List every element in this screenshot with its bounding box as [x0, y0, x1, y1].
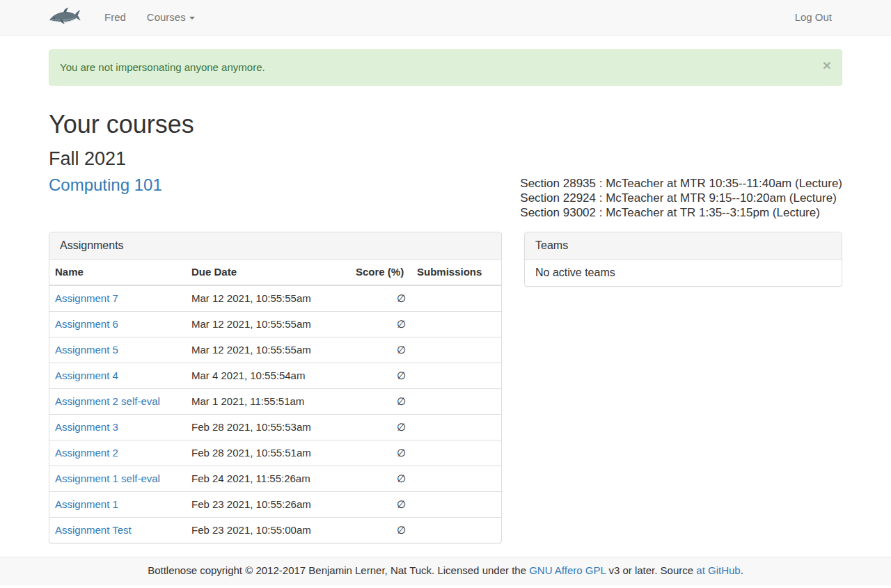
due-date-cell: Feb 23 2021, 10:55:00am: [186, 518, 350, 543]
alert-message: You are not impersonating anyone anymore…: [60, 61, 265, 73]
score-cell: ∅: [350, 492, 411, 518]
footer-text-end: .: [741, 564, 743, 576]
column-header-name: Name: [49, 260, 186, 285]
score-cell: ∅: [350, 312, 411, 337]
submissions-cell: [411, 518, 501, 543]
submissions-cell: [411, 440, 501, 466]
due-date-cell: Feb 28 2021, 10:55:51am: [186, 440, 350, 466]
score-cell: ∅: [350, 337, 411, 363]
submissions-cell: [411, 363, 501, 389]
teams-panel-heading: Teams: [525, 232, 842, 260]
dolphin-logo-icon: [49, 5, 82, 30]
assignments-table-body: Assignment 7Mar 12 2021, 10:55:55am∅Assi…: [49, 285, 501, 543]
assignment-row: Assignment 5Mar 12 2021, 10:55:55am∅: [49, 337, 501, 363]
submissions-cell: [411, 285, 501, 312]
due-date-cell: Feb 24 2021, 11:55:26am: [186, 466, 350, 492]
assignment-row: Assignment 2 self-evalMar 1 2021, 11:55:…: [49, 389, 501, 415]
assignments-table: Name Due Date Score (%) Submissions Assi…: [49, 260, 501, 543]
assignment-row: Assignment 6Mar 12 2021, 10:55:55am∅: [49, 312, 501, 337]
due-date-cell: Feb 23 2021, 10:55:26am: [186, 492, 350, 518]
section-info-line: Section 93002 : McTeacher at TR 1:35--3:…: [520, 205, 842, 220]
nav-item-fred[interactable]: Fred: [94, 0, 136, 35]
submissions-cell: [411, 389, 501, 415]
assignment-link[interactable]: Assignment 1 self-eval: [55, 472, 160, 484]
section-info: Section 28935 : McTeacher at MTR 10:35--…: [520, 176, 842, 220]
panels-row: Assignments Name Due Date Score (%) Subm…: [49, 232, 842, 543]
navbar-left-menu: Fred Courses: [94, 0, 205, 35]
score-cell: ∅: [350, 466, 411, 492]
assignments-panel-heading: Assignments: [49, 232, 501, 260]
assignment-row: Assignment 1Feb 23 2021, 10:55:26am∅: [49, 492, 501, 518]
license-link[interactable]: GNU Affero GPL: [529, 564, 606, 576]
alert-close-button[interactable]: ×: [823, 58, 831, 72]
nav-item-courses[interactable]: Courses: [136, 0, 205, 35]
assignment-link[interactable]: Assignment 7: [55, 292, 118, 304]
assignment-row: Assignment 7Mar 12 2021, 10:55:55am∅: [49, 285, 501, 312]
column-header-submissions: Submissions: [411, 260, 501, 285]
course-link[interactable]: Computing 101: [49, 175, 162, 194]
logout-link[interactable]: Log Out: [784, 0, 842, 35]
submissions-cell: [411, 337, 501, 363]
submissions-cell: [411, 492, 501, 518]
term-title: Fall 2021: [49, 148, 842, 169]
score-cell: ∅: [350, 415, 411, 440]
section-info-line: Section 22924 : McTeacher at MTR 9:15--1…: [520, 191, 842, 205]
score-cell: ∅: [350, 389, 411, 415]
teams-panel: Teams No active teams: [524, 232, 842, 287]
score-cell: ∅: [350, 440, 411, 466]
assignment-row: Assignment TestFeb 23 2021, 10:55:00am∅: [49, 518, 501, 543]
assignment-link[interactable]: Assignment 4: [55, 370, 118, 381]
assignment-link[interactable]: Assignment 2 self-eval: [55, 395, 160, 407]
assignment-link[interactable]: Assignment 3: [55, 421, 118, 433]
page-footer: Bottlenose copyright © 2012-2017 Benjami…: [0, 557, 891, 585]
nav-link-fred[interactable]: Fred: [94, 0, 136, 35]
assignment-row: Assignment 3Feb 28 2021, 10:55:53am∅: [49, 415, 501, 440]
due-date-cell: Mar 12 2021, 10:55:55am: [186, 312, 350, 337]
due-date-cell: Mar 1 2021, 11:55:51am: [186, 389, 350, 415]
due-date-cell: Feb 28 2021, 10:55:53am: [186, 415, 350, 440]
due-date-cell: Mar 4 2021, 10:55:54am: [186, 363, 350, 389]
footer-text: Bottlenose copyright © 2012-2017 Benjami…: [148, 564, 526, 576]
assignment-link[interactable]: Assignment 5: [55, 344, 118, 356]
score-cell: ∅: [350, 285, 411, 312]
assignment-row: Assignment 2Feb 28 2021, 10:55:51am∅: [49, 440, 501, 466]
assignments-table-header-row: Name Due Date Score (%) Submissions: [49, 260, 501, 285]
page-title: Your courses: [49, 111, 842, 138]
assignment-link[interactable]: Assignment 1: [55, 498, 118, 510]
section-info-line: Section 28935 : McTeacher at MTR 10:35--…: [520, 176, 842, 191]
teams-empty-message: No active teams: [525, 260, 842, 286]
brand-link[interactable]: [49, 0, 82, 35]
source-link[interactable]: at GitHub: [696, 564, 740, 576]
footer-text-middle: v3 or later. Source: [608, 564, 693, 576]
assignment-link[interactable]: Assignment 6: [55, 318, 118, 330]
score-cell: ∅: [350, 518, 411, 543]
assignment-row: Assignment 4Mar 4 2021, 10:55:54am∅: [49, 363, 501, 389]
main-content: × You are not impersonating anyone anymo…: [38, 49, 853, 543]
navbar: Fred Courses Log Out: [0, 0, 891, 35]
due-date-cell: Mar 12 2021, 10:55:55am: [186, 337, 350, 363]
column-header-score: Score (%): [350, 260, 411, 285]
nav-link-courses-dropdown[interactable]: Courses: [136, 0, 205, 35]
submissions-cell: [411, 466, 501, 492]
chevron-down-icon: [189, 17, 195, 19]
submissions-cell: [411, 415, 501, 440]
course-header-row: Computing 101 Section 28935 : McTeacher …: [49, 176, 842, 220]
impersonation-alert: × You are not impersonating anyone anymo…: [49, 49, 842, 86]
assignment-link[interactable]: Assignment 2: [55, 447, 118, 459]
score-cell: ∅: [350, 363, 411, 389]
nav-item-logout[interactable]: Log Out: [784, 0, 842, 35]
column-header-due-date: Due Date: [186, 260, 350, 285]
navbar-right-menu: Log Out: [784, 0, 842, 35]
submissions-cell: [411, 312, 501, 337]
due-date-cell: Mar 12 2021, 10:55:55am: [186, 285, 350, 312]
course-name-heading: Computing 101: [49, 176, 162, 194]
assignment-row: Assignment 1 self-evalFeb 24 2021, 11:55…: [49, 466, 501, 492]
assignment-link[interactable]: Assignment Test: [55, 524, 132, 536]
assignments-panel: Assignments Name Due Date Score (%) Subm…: [49, 232, 502, 543]
